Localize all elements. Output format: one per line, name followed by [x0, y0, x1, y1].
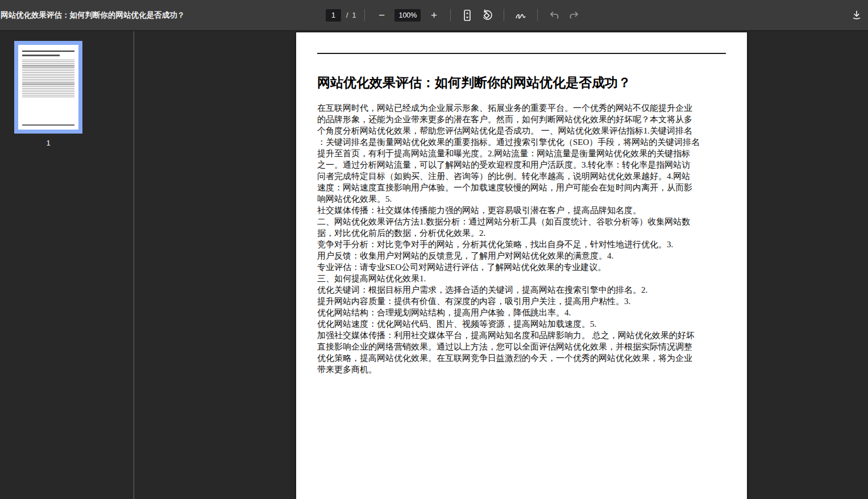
- document-text-line: 优化网站速度：优化网站代码、图片、视频等资源，提高网站加载速度。5.: [317, 318, 726, 330]
- page-thumbnail[interactable]: [14, 41, 82, 134]
- toolbar-divider: [364, 9, 365, 21]
- download-icon: [851, 10, 862, 21]
- undo-button[interactable]: [546, 6, 562, 24]
- document-text-line: 带来更多商机。: [317, 364, 726, 375]
- thumbnail-text-lines: [22, 60, 74, 97]
- pdf-viewer-area[interactable]: 网站优化效果评估：如何判断你的网站优化是否成功？ 在互联网时代，网站已经成为企业…: [135, 31, 868, 499]
- toolbar-right-group: [849, 0, 865, 30]
- document-text-line: 优化网站结构：合理规划网站结构，提高用户体验，降低跳出率。4.: [317, 307, 726, 318]
- redo-icon: [568, 10, 580, 20]
- document-text-line: 响网站优化效果。5.: [317, 193, 726, 205]
- thumbnail-rule: [22, 51, 74, 52]
- document-text-line: 加强社交媒体传播：利用社交媒体平台，提高网站知名度和品牌影响力。 总之，网站优化…: [317, 330, 726, 341]
- document-text-line: 社交媒体传播：社交媒体传播能力强的网站，更容易吸引潜在客户，提高品牌知名度。: [317, 205, 726, 216]
- document-text-line: 提升至首页，有利于提高网站流量和曝光度。2.网站流量：网站流量是衡量网站优化效果…: [317, 148, 726, 159]
- document-text-line: 在互联网时代，网站已经成为企业展示形象、拓展业务的重要平台。一个优秀的网站不仅能…: [317, 102, 726, 114]
- toolbar-divider: [504, 9, 504, 21]
- document-text-line: 速度：网站速度直接影响用户体验。一个加载速度较慢的网站，用户可能会在短时间内离开…: [317, 182, 726, 193]
- zoom-in-button[interactable]: +: [426, 6, 442, 24]
- document-text-line: 提升网站内容质量：提供有价值、有深度的内容，吸引用户关注，提高用户粘性。3.: [317, 296, 726, 307]
- pdf-toolbar: 网站优化效果评估：如何判断你的网站优化是否成功？ / 1 − 100% +: [0, 0, 868, 31]
- document-text-line: 竞争对手分析：对比竞争对手的网站，分析其优化策略，找出自身不足，针对性地进行优化…: [317, 239, 726, 250]
- thumbnail-page-preview: [18, 45, 78, 130]
- document-text-line: 问者完成特定目标（如购买、注册、咨询等）的比例。转化率越高，说明网站优化效果越好…: [317, 171, 726, 182]
- document-text-line: 直接影响企业的网络营销效果。通过以上方法，您可以全面评估网站优化效果，并根据实际…: [317, 341, 726, 352]
- document-text-line: 的品牌形象，还能为企业带来更多的潜在客户。然而，如何判断网站优化效果的好坏呢？本…: [317, 114, 726, 125]
- document-text-line: 个角度分析网站优化效果，帮助您评估网站优化是否成功。 一、网站优化效果评估指标1…: [317, 125, 726, 136]
- toolbar-document-title: 网站优化效果评估：如何判断你的网站优化是否成功？: [1, 0, 185, 30]
- toolbar-controls: / 1 − 100% +: [326, 0, 582, 30]
- toolbar-divider: [537, 9, 538, 21]
- page-number-input[interactable]: [326, 9, 341, 22]
- download-button[interactable]: [849, 6, 865, 24]
- document-top-rule: [317, 53, 726, 54]
- redo-button[interactable]: [566, 6, 582, 24]
- document-text-line: 三、如何提高网站优化效果1.: [317, 273, 726, 284]
- document-text-line: ：关键词排名是衡量网站优化效果的重要指标。通过搜索引擎优化（SEO）手段，将网站…: [317, 136, 726, 148]
- document-text-line: 之一。通过分析网站流量，可以了解网站的受欢迎程度和用户活跃度。3.转化率：转化率…: [317, 159, 726, 171]
- document-text-line: 用户反馈：收集用户对网站的反馈意见，了解用户对网站优化效果的满意度。4.: [317, 250, 726, 261]
- undo-icon: [549, 10, 560, 20]
- zoom-out-button[interactable]: −: [373, 6, 389, 24]
- document-text-line: 据，对比优化前后的数据，分析优化效果。2.: [317, 227, 726, 239]
- fit-page-button[interactable]: [459, 6, 475, 24]
- rotate-button[interactable]: [479, 6, 495, 24]
- page-count-label: 1: [352, 11, 356, 19]
- document-text-line: 优化关键词：根据目标用户需求，选择合适的关键词，提高网站在搜索引擎中的排名。2.: [317, 284, 726, 296]
- zoom-level-label: 100%: [394, 9, 421, 22]
- page-separator: /: [346, 11, 348, 19]
- document-title: 网站优化效果评估：如何判断你的网站优化是否成功？: [317, 75, 726, 91]
- thumbnail-sidebar: 1: [0, 31, 134, 499]
- thumbnail-title-line: [22, 55, 60, 56]
- thumbnail-footer-rule: [22, 124, 74, 126]
- document-text-line: 优化策略，提高网站优化效果。在互联网竞争日益激烈的今天，一个优秀的网站优化效果，…: [317, 352, 726, 364]
- toolbar-divider: [450, 9, 451, 21]
- annotate-button[interactable]: [513, 6, 529, 24]
- pen-icon: [514, 10, 527, 21]
- document-text-line: 二、网站优化效果评估方法1.数据分析：通过网站分析工具（如百度统计、谷歌分析等）…: [317, 216, 726, 227]
- document-text-line: 专业评估：请专业SEO公司对网站进行评估，了解网站优化效果的专业建议。: [317, 261, 726, 273]
- fit-page-icon: [462, 9, 473, 22]
- thumbnail-page-number: 1: [14, 139, 82, 147]
- document-body: 在互联网时代，网站已经成为企业展示形象、拓展业务的重要平台。一个优秀的网站不仅能…: [317, 102, 726, 375]
- pdf-page: 网站优化效果评估：如何判断你的网站优化是否成功？ 在互联网时代，网站已经成为企业…: [296, 32, 747, 499]
- rotate-counterclockwise-icon: [481, 9, 493, 22]
